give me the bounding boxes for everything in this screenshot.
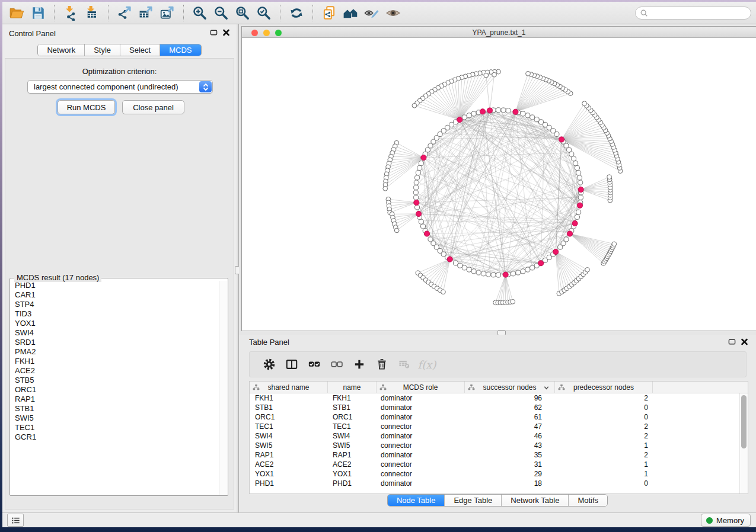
- mcds-result-item[interactable]: PMA2: [11, 347, 219, 357]
- zoom-in-button[interactable]: [190, 4, 209, 23]
- run-mcds-button[interactable]: Run MCDS: [58, 100, 115, 114]
- mcds-result-item[interactable]: TEC1: [11, 423, 219, 432]
- table-row[interactable]: STB1STB1dominator620: [250, 403, 748, 412]
- predecessor-nodes-cell[interactable]: 1: [555, 469, 653, 479]
- predecessor-nodes-cell[interactable]: 0: [555, 412, 653, 422]
- name-cell[interactable]: FKH1: [328, 393, 377, 403]
- predecessor-nodes-cell[interactable]: 2: [555, 393, 653, 403]
- mcds-result-item[interactable]: CAR1: [11, 290, 219, 300]
- column-header-shared-name[interactable]: shared name: [250, 382, 328, 393]
- shared-name-cell[interactable]: STB1: [250, 403, 328, 412]
- predecessor-nodes-cell[interactable]: 0: [555, 403, 653, 412]
- tab-network[interactable]: Network: [38, 44, 85, 56]
- successor-nodes-cell[interactable]: 61: [465, 412, 555, 422]
- search-box[interactable]: [635, 7, 751, 20]
- task-history-button[interactable]: [7, 514, 24, 527]
- delete-button[interactable]: [371, 354, 393, 374]
- table-scrollbar-thumb[interactable]: [741, 395, 747, 448]
- shared-name-cell[interactable]: PHD1: [250, 479, 328, 488]
- mcds-result-item[interactable]: RAP1: [11, 395, 219, 404]
- mcds-result-item[interactable]: ACE2: [11, 366, 219, 376]
- shared-name-cell[interactable]: ACE2: [250, 460, 328, 469]
- mcds-result-item[interactable]: TID3: [11, 309, 219, 319]
- name-cell[interactable]: SWI5: [328, 441, 377, 450]
- mcds-result-item[interactable]: STB5: [11, 376, 219, 385]
- table-row[interactable]: SWI5SWI5connector431: [250, 441, 748, 450]
- successor-nodes-cell[interactable]: 96: [465, 393, 555, 403]
- shared-name-cell[interactable]: YOX1: [250, 469, 328, 479]
- table-scrollbar[interactable]: [739, 393, 748, 493]
- shared-name-cell[interactable]: ORC1: [250, 412, 328, 422]
- mcds-list-scrollbar[interactable]: [219, 281, 227, 495]
- mcds-result-item[interactable]: YOX1: [11, 319, 219, 328]
- successor-nodes-cell[interactable]: 43: [465, 441, 555, 450]
- shared-name-cell[interactable]: SWI4: [250, 431, 328, 441]
- hide-eye-button[interactable]: [362, 4, 381, 23]
- network-graph[interactable]: [242, 38, 756, 331]
- table-row[interactable]: ACE2ACE2connector311: [250, 460, 748, 469]
- shared-name-cell[interactable]: RAP1: [250, 450, 328, 460]
- mcds-result-list[interactable]: PHD1CAR1STP4TID3YOX1SWI4SRD1PMA2FKH1ACE2…: [11, 281, 219, 495]
- successor-nodes-cell[interactable]: 62: [465, 403, 555, 412]
- node-table[interactable]: shared namenameMCDS rolesuccessor nodesp…: [249, 381, 748, 494]
- gear-button[interactable]: [258, 354, 280, 374]
- table-row[interactable]: FKH1FKH1dominator962: [250, 393, 748, 403]
- mcds-role-cell[interactable]: dominator: [377, 393, 465, 403]
- tab-style[interactable]: Style: [85, 44, 120, 56]
- select-all-button[interactable]: [303, 354, 326, 374]
- name-cell[interactable]: YOX1: [328, 469, 377, 479]
- tab-select[interactable]: Select: [120, 44, 160, 56]
- mcds-role-cell[interactable]: connector: [377, 469, 465, 479]
- mcds-role-cell[interactable]: connector: [377, 441, 465, 450]
- successor-nodes-cell[interactable]: 29: [465, 469, 555, 479]
- predecessor-nodes-cell[interactable]: 2: [555, 450, 653, 460]
- tab-edge-table[interactable]: Edge Table: [445, 495, 502, 506]
- name-cell[interactable]: ACE2: [328, 460, 377, 469]
- refresh-button[interactable]: [287, 4, 306, 23]
- table-row[interactable]: PHD1PHD1dominator180: [250, 479, 748, 488]
- close-table-panel-icon[interactable]: [740, 338, 748, 346]
- close-panel-button[interactable]: Close panel: [122, 100, 184, 114]
- export-table-button[interactable]: [136, 4, 155, 23]
- name-cell[interactable]: SWI4: [328, 431, 377, 441]
- successor-nodes-cell[interactable]: 35: [465, 450, 555, 460]
- successor-nodes-cell[interactable]: 31: [465, 460, 555, 469]
- name-cell[interactable]: TEC1: [328, 422, 377, 431]
- successor-nodes-cell[interactable]: 46: [465, 431, 555, 441]
- mcds-role-cell[interactable]: dominator: [377, 412, 465, 422]
- zoom-out-button[interactable]: [212, 4, 231, 23]
- predecessor-nodes-cell[interactable]: 2: [555, 431, 653, 441]
- shared-name-cell[interactable]: SWI5: [250, 441, 328, 450]
- column-header-predecessor-nodes[interactable]: predecessor nodes: [555, 382, 653, 393]
- delete-table-button[interactable]: [393, 354, 416, 374]
- function-builder-button[interactable]: f(x): [416, 354, 438, 374]
- predecessor-nodes-cell[interactable]: 2: [555, 422, 653, 431]
- mcds-result-item[interactable]: PHD1: [11, 281, 219, 290]
- export-image-button[interactable]: [158, 4, 177, 23]
- column-header-successor-nodes[interactable]: successor nodes: [465, 382, 555, 393]
- houses-button[interactable]: [341, 4, 360, 23]
- float-table-panel-icon[interactable]: [728, 338, 736, 346]
- mcds-role-cell[interactable]: dominator: [377, 479, 465, 488]
- name-cell[interactable]: ORC1: [328, 412, 377, 422]
- network-canvas[interactable]: [242, 38, 756, 331]
- table-row[interactable]: ORC1ORC1dominator610: [250, 412, 748, 422]
- copy-network-button[interactable]: [320, 4, 339, 23]
- tab-node-table[interactable]: Node Table: [388, 495, 445, 506]
- predecessor-nodes-cell[interactable]: 1: [555, 441, 653, 450]
- mcds-role-cell[interactable]: dominator: [377, 403, 465, 412]
- table-row[interactable]: TEC1TEC1connector472: [250, 422, 748, 431]
- predecessor-nodes-cell[interactable]: 0: [555, 479, 653, 488]
- predecessor-nodes-cell[interactable]: 1: [555, 460, 653, 469]
- shared-name-cell[interactable]: FKH1: [250, 393, 328, 403]
- mcds-role-cell[interactable]: dominator: [377, 431, 465, 441]
- mcds-role-cell[interactable]: dominator: [377, 450, 465, 460]
- mcds-result-item[interactable]: SRD1: [11, 338, 219, 347]
- zoom-fit-button[interactable]: [233, 4, 252, 23]
- mcds-role-cell[interactable]: connector: [377, 422, 465, 431]
- mcds-result-item[interactable]: ORC1: [11, 385, 219, 395]
- shared-name-cell[interactable]: TEC1: [250, 422, 328, 431]
- search-input[interactable]: [648, 8, 751, 18]
- column-header-MCDS-role[interactable]: MCDS role: [377, 382, 465, 393]
- mcds-result-item[interactable]: GCR1: [11, 432, 219, 442]
